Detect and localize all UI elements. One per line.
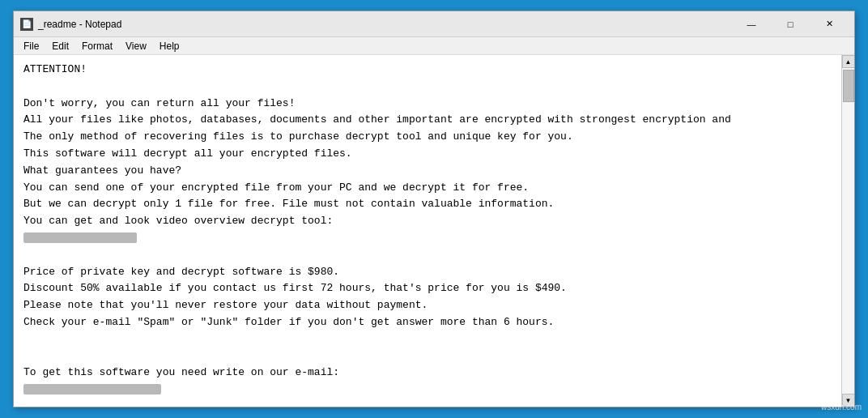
menu-file[interactable]: File (17, 39, 45, 53)
menu-view[interactable]: View (119, 39, 153, 53)
app-icon: 📄 (20, 18, 33, 31)
menu-bar: File Edit Format View Help (14, 37, 854, 55)
maximize-button[interactable]: □ (772, 15, 809, 34)
notepad-window: 📄 _readme - Notepad — □ ✕ File Edit Form… (13, 11, 855, 407)
scrollbar-thumb[interactable] (843, 70, 854, 102)
watermark: wsxdn.com (821, 403, 862, 412)
line-attention: ATTENTION! Don't worry, you can return a… (23, 63, 731, 227)
vertical-scrollbar: ▲ ▼ (841, 55, 854, 407)
line-price: Price of private key and decrypt softwar… (23, 266, 567, 379)
redacted-email-1 (23, 383, 161, 395)
text-editor[interactable]: ATTENTION! Don't worry, you can return a… (14, 55, 841, 407)
redacted-link-1 (23, 232, 140, 244)
window-title: _readme - Notepad (38, 19, 733, 30)
menu-edit[interactable]: Edit (45, 39, 75, 53)
menu-format[interactable]: Format (75, 39, 119, 53)
close-button[interactable]: ✕ (811, 15, 848, 34)
scroll-up-button[interactable]: ▲ (842, 55, 855, 68)
window-controls: — □ ✕ (733, 15, 848, 34)
menu-help[interactable]: Help (153, 39, 186, 53)
content-area: ATTENTION! Don't worry, you can return a… (14, 55, 854, 407)
title-bar: 📄 _readme - Notepad — □ ✕ (14, 11, 854, 37)
scrollbar-track[interactable] (842, 68, 854, 394)
minimize-button[interactable]: — (733, 15, 770, 34)
